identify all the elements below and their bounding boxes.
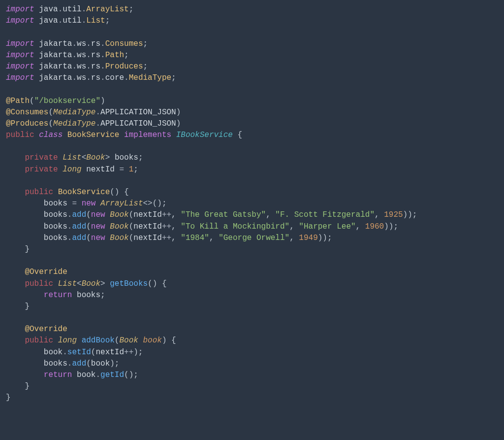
- code-line[interactable]: @Override: [6, 325, 67, 334]
- code-line[interactable]: private List<Book> books;: [6, 153, 143, 162]
- code-line[interactable]: books.add(new Book(nextId++, "1984", "Ge…: [6, 234, 332, 242]
- code-line[interactable]: }: [6, 245, 30, 254]
- code-line[interactable]: }: [6, 393, 11, 402]
- code-line[interactable]: public List<Book> getBooks() {: [6, 279, 166, 288]
- code-line[interactable]: import jakarta.ws.rs.core.MediaType;: [6, 73, 176, 82]
- code-line[interactable]: book.setId(nextId++);: [6, 348, 143, 357]
- code-line[interactable]: @Consumes(MediaType.APPLICATION_JSON): [6, 108, 181, 117]
- code-line[interactable]: public class BookService implements IBoo…: [6, 131, 242, 139]
- code-line[interactable]: }: [6, 382, 30, 391]
- code-line[interactable]: public BookService() {: [6, 188, 129, 197]
- code-line[interactable]: import jakarta.ws.rs.Produces;: [6, 62, 148, 71]
- code-editor-pane[interactable]: import java.util.ArrayList; import java.…: [0, 0, 504, 440]
- code-line[interactable]: private long nextId = 1;: [6, 165, 138, 174]
- code-line[interactable]: return book.getId();: [6, 371, 138, 379]
- code-line[interactable]: books.add(book);: [6, 359, 119, 368]
- code-line[interactable]: @Path("/bookservice"): [6, 97, 105, 105]
- code-line[interactable]: return books;: [6, 291, 105, 300]
- code-line[interactable]: books.add(new Book(nextId++, "The Great …: [6, 210, 417, 219]
- code-line[interactable]: import java.util.List;: [6, 16, 110, 25]
- keyword-import: import: [6, 5, 34, 14]
- code-line[interactable]: @Override: [6, 268, 67, 276]
- code-line[interactable]: public long addBook(Book book) {: [6, 336, 176, 345]
- code-line[interactable]: books = new ArrayList<>();: [6, 199, 167, 208]
- code-line[interactable]: import jakarta.ws.rs.Consumes;: [6, 39, 148, 48]
- code-line[interactable]: @Produces(MediaType.APPLICATION_JSON): [6, 119, 181, 128]
- code-line[interactable]: books.add(new Book(nextId++, "To Kill a …: [6, 222, 398, 231]
- code-line[interactable]: }: [6, 302, 30, 311]
- code-line[interactable]: import java.util.ArrayList;: [6, 5, 133, 14]
- code-line[interactable]: import jakarta.ws.rs.Path;: [6, 51, 129, 60]
